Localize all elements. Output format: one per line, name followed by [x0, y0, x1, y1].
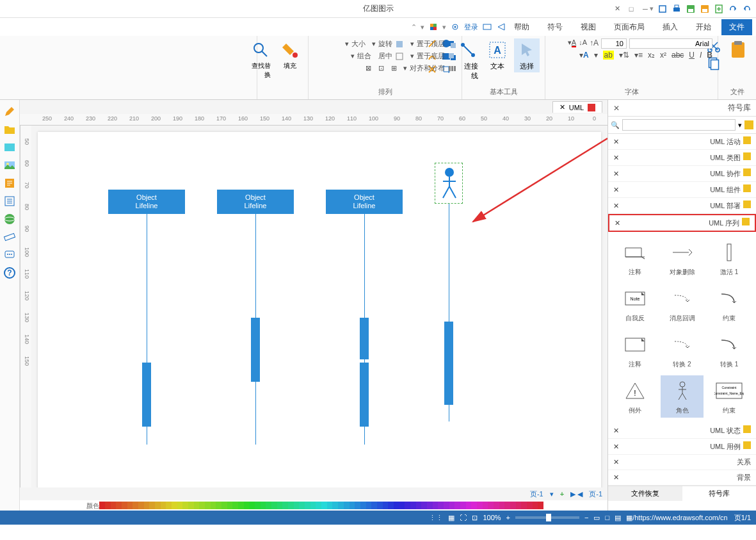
- send-back-button[interactable]: 置于底层▾ 居中 组合▾: [351, 51, 456, 61]
- color-swatch[interactable]: [360, 502, 366, 509]
- color-swatch[interactable]: [310, 502, 316, 509]
- pf-tab-library[interactable]: 符号库: [682, 486, 757, 501]
- color-swatch[interactable]: [355, 502, 360, 509]
- color-swatch[interactable]: [332, 502, 338, 509]
- cat-uml-sequence[interactable]: UML 序列✕: [608, 214, 756, 232]
- fit-icon[interactable]: ⊡: [472, 514, 478, 522]
- color-swatch[interactable]: [477, 502, 483, 509]
- lookup-button[interactable]: 查找替换: [248, 38, 273, 81]
- fullscreen-icon[interactable]: ⛶: [460, 514, 467, 521]
- gear-icon[interactable]: [450, 22, 460, 32]
- cat-uml-class[interactable]: UML 类图✕: [608, 150, 756, 166]
- color-swatch[interactable]: [299, 502, 305, 509]
- shape-objdelete[interactable]: 对象删除: [661, 237, 704, 279]
- color-swatch[interactable]: [316, 502, 321, 509]
- doc-tab-uml[interactable]: UML ✕: [552, 101, 602, 113]
- color-swatch[interactable]: [410, 502, 416, 509]
- color-swatch[interactable]: [232, 502, 238, 509]
- canvas-scroll[interactable]: Object Lifeline Object Lifeline Object L…: [20, 126, 607, 487]
- font-name-select[interactable]: [629, 38, 712, 49]
- color-swatch[interactable]: [122, 502, 127, 509]
- color-swatch[interactable]: [516, 502, 522, 509]
- maximize-button[interactable]: □: [627, 4, 636, 13]
- color-swatch[interactable]: [199, 502, 205, 509]
- page-add[interactable]: +: [560, 490, 564, 498]
- text-block-icon[interactable]: [3, 177, 16, 190]
- canvas-paper[interactable]: Object Lifeline Object Lifeline Object L…: [38, 132, 601, 487]
- view-mode-3-icon[interactable]: □: [605, 514, 609, 521]
- color-swatch[interactable]: [266, 502, 271, 509]
- cat-uml-collab[interactable]: UML 协作✕: [608, 166, 756, 182]
- font-size-select[interactable]: [601, 38, 627, 49]
- color-swatch[interactable]: [138, 502, 144, 509]
- align-distribute-button[interactable]: 对齐和分布▾ ⊞ ⊡ ⊠: [366, 63, 456, 74]
- tab-layout[interactable]: 页面布局: [606, 19, 652, 35]
- share-icon[interactable]: [496, 22, 506, 32]
- ruler-icon[interactable]: [3, 231, 16, 243]
- view-mode-2-icon[interactable]: ▤: [615, 514, 621, 522]
- color-swatch[interactable]: [399, 502, 405, 509]
- color-swatch[interactable]: [271, 502, 277, 509]
- shape-activation1[interactable]: 激活 1: [707, 237, 751, 279]
- actor-lifeline[interactable]: [435, 163, 463, 421]
- color-swatch[interactable]: [149, 502, 155, 509]
- color-swatch[interactable]: [444, 502, 449, 509]
- cat-uml-usecase[interactable]: UML 用例✕: [608, 439, 756, 455]
- save-green-icon[interactable]: [686, 4, 696, 14]
- color-swatch[interactable]: [466, 502, 472, 509]
- font-color-icon[interactable]: A▾: [568, 38, 576, 49]
- color-swatch[interactable]: [510, 502, 516, 509]
- color-swatch[interactable]: [344, 502, 350, 509]
- color-swatch[interactable]: [172, 502, 177, 509]
- italic-button[interactable]: I: [700, 51, 702, 60]
- search-icon[interactable]: 🔍: [611, 121, 620, 129]
- cat-uml-deploy[interactable]: UML 部署✕: [608, 198, 756, 214]
- text-tool[interactable]: A 文本: [485, 38, 510, 72]
- globe-icon[interactable]: [3, 213, 16, 225]
- color-swatch[interactable]: [350, 502, 355, 509]
- color-swatch[interactable]: [105, 502, 111, 509]
- color-swatch[interactable]: [255, 502, 261, 509]
- cat-uml-component[interactable]: UML 组件✕: [608, 182, 756, 198]
- bring-front-button[interactable]: 置于顶层▾ 旋转▾ 大小▾: [345, 38, 456, 49]
- color-swatch[interactable]: [288, 502, 294, 509]
- bullets-icon[interactable]: ≡▾: [634, 51, 643, 60]
- color-swatch[interactable]: [221, 502, 227, 509]
- shape-note2[interactable]: 注释: [613, 329, 657, 372]
- select-tool[interactable]: 选择: [514, 38, 540, 72]
- comment-icon[interactable]: [3, 249, 16, 261]
- shape-actor[interactable]: 角色: [661, 375, 704, 418]
- subscript-button[interactable]: x₂: [648, 51, 655, 60]
- tab-view[interactable]: 视图: [573, 19, 604, 35]
- page-nav[interactable]: 页-1: [589, 489, 602, 499]
- color-swatch[interactable]: [483, 502, 488, 509]
- folder-icon[interactable]: [3, 123, 16, 136]
- color-swatch[interactable]: [166, 502, 172, 509]
- color-swatch[interactable]: [211, 502, 216, 509]
- color-swatch[interactable]: [294, 502, 300, 509]
- close-button[interactable]: ✕: [613, 4, 622, 13]
- color-swatch[interactable]: [249, 502, 255, 509]
- print-icon[interactable]: [672, 4, 682, 14]
- lifeline-3[interactable]: Object Lifeline: [326, 190, 403, 214]
- zoom-slider[interactable]: [515, 516, 579, 519]
- puzzle-icon[interactable]: [428, 22, 438, 32]
- color-swatch[interactable]: [338, 502, 344, 509]
- bold-button[interactable]: B: [707, 51, 712, 60]
- image-icon[interactable]: [3, 159, 16, 172]
- panel-close-icon[interactable]: ✕: [613, 104, 620, 113]
- refresh-icon[interactable]: [657, 4, 668, 14]
- shape-exception[interactable]: !例外: [613, 375, 657, 418]
- zoom-out-button[interactable]: −: [584, 514, 588, 521]
- color-swatch[interactable]: [161, 502, 166, 509]
- cat-uml-activity[interactable]: UML 活动✕: [608, 134, 756, 150]
- color-swatch[interactable]: [261, 502, 266, 509]
- redo-icon[interactable]: [728, 4, 738, 14]
- color-swatch[interactable]: [438, 502, 444, 509]
- color-swatch[interactable]: [127, 502, 133, 509]
- shape-selfmsg[interactable]: Note自我反: [613, 283, 657, 325]
- page-current[interactable]: 页-1: [530, 489, 543, 499]
- tab-start[interactable]: 开始: [688, 19, 719, 35]
- color-swatch[interactable]: [177, 502, 183, 509]
- view-mode-4-icon[interactable]: ▭: [593, 514, 600, 522]
